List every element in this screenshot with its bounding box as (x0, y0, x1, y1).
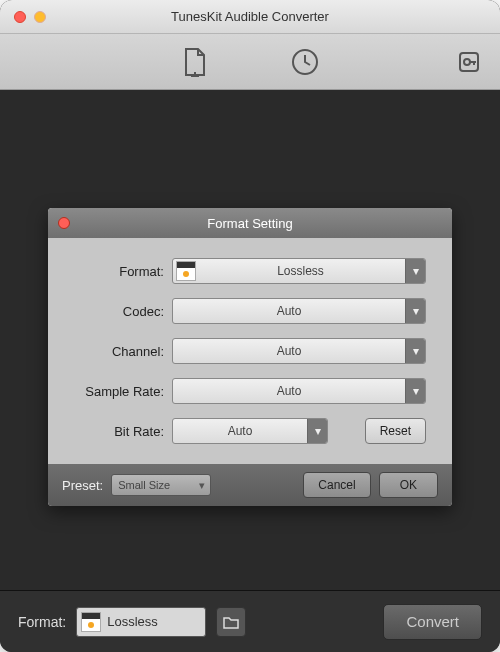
close-window-button[interactable] (14, 11, 26, 23)
modal-close-button[interactable] (58, 217, 70, 229)
chevron-down-icon: ▾ (405, 339, 425, 363)
history-button[interactable] (290, 47, 320, 77)
output-folder-button[interactable] (216, 607, 246, 637)
bottom-format-value: Lossless (107, 614, 205, 629)
window-controls (0, 11, 46, 23)
chevron-down-icon: ▾ (307, 419, 327, 443)
bit-rate-label: Bit Rate: (74, 424, 164, 439)
modal-title: Format Setting (48, 216, 452, 231)
preset-select[interactable]: Small Size ▾ (111, 474, 211, 496)
channel-value: Auto (173, 344, 405, 358)
format-type-icon (81, 612, 101, 632)
format-select[interactable]: Lossless ▾ (172, 258, 426, 284)
add-file-button[interactable] (180, 47, 210, 77)
convert-button[interactable]: Convert (383, 604, 482, 640)
modal-body: Format: Lossless ▾ Codec: Auto ▾ Chan (48, 238, 452, 464)
channel-select[interactable]: Auto ▾ (172, 338, 426, 364)
codec-label: Codec: (74, 304, 164, 319)
app-window: TunesKit Audible Converter Format Settin (0, 0, 500, 652)
ok-button[interactable]: OK (379, 472, 438, 498)
sample-rate-select[interactable]: Auto ▾ (172, 378, 426, 404)
format-label: Format: (74, 264, 164, 279)
bottom-format-select[interactable]: Lossless (76, 607, 206, 637)
codec-select[interactable]: Auto ▾ (172, 298, 426, 324)
toolbar (0, 34, 500, 90)
titlebar: TunesKit Audible Converter (0, 0, 500, 34)
sample-rate-value: Auto (173, 384, 405, 398)
chevron-down-icon: ▾ (405, 299, 425, 323)
chevron-down-icon: ▾ (405, 379, 425, 403)
reset-button[interactable]: Reset (365, 418, 426, 444)
window-title: TunesKit Audible Converter (0, 9, 500, 24)
bottom-bar: Format: Lossless Convert (0, 590, 500, 652)
cancel-button[interactable]: Cancel (303, 472, 370, 498)
preset-value: Small Size (118, 479, 170, 491)
bit-rate-value: Auto (173, 424, 307, 438)
format-value: Lossless (196, 264, 405, 278)
svg-point-2 (464, 59, 470, 65)
chevron-down-icon: ▾ (405, 259, 425, 283)
format-setting-modal: Format Setting Format: Lossless ▾ Codec:… (48, 208, 452, 506)
bottom-format-label: Format: (18, 614, 66, 630)
chevron-down-icon: ▾ (199, 479, 205, 492)
format-type-icon (176, 261, 196, 281)
codec-value: Auto (173, 304, 405, 318)
sample-rate-label: Sample Rate: (74, 384, 164, 399)
modal-footer: Preset: Small Size ▾ Cancel OK (48, 464, 452, 506)
preset-label: Preset: (62, 478, 103, 493)
content-area: Format Setting Format: Lossless ▾ Codec:… (0, 90, 500, 590)
modal-header: Format Setting (48, 208, 452, 238)
bit-rate-select[interactable]: Auto ▾ (172, 418, 328, 444)
key-button[interactable] (454, 47, 484, 77)
minimize-window-button[interactable] (34, 11, 46, 23)
channel-label: Channel: (74, 344, 164, 359)
